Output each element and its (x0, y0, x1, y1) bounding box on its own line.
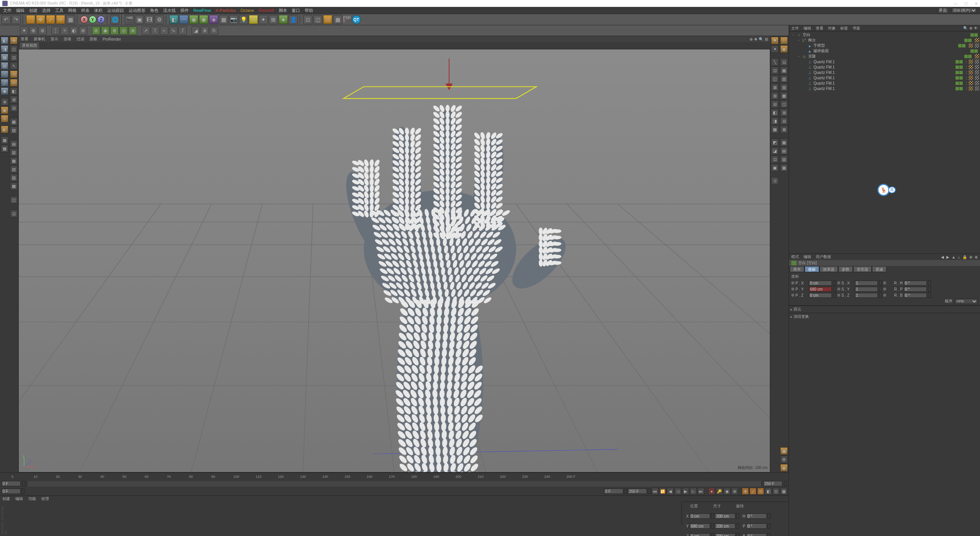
kb4[interactable]: ◧ (765, 488, 772, 495)
object-tree[interactable]: −○空白−L°舞台▲手模型▲破碎曲面−◇克隆⊥Quartz FM.1:⊥Quar… (789, 31, 980, 253)
om-tab-objects[interactable]: 对象 (828, 26, 836, 31)
attr-tab-edit[interactable]: 编辑 (804, 254, 811, 260)
kb1[interactable]: ✥ (742, 488, 749, 495)
rt1-l[interactable]: ◩ (771, 139, 779, 146)
frame-end-input[interactable] (763, 481, 782, 486)
vp-menu-options[interactable]: 选项 (64, 36, 71, 42)
ico-f[interactable]: ◐ (70, 26, 78, 35)
rt2-c[interactable]: ⊡ (780, 58, 788, 66)
ico-d[interactable]: ⋮ (51, 26, 60, 35)
move-tool[interactable]: ✥ (36, 15, 45, 24)
attr-s-input[interactable] (855, 287, 878, 292)
timeline-ruler[interactable]: 0102030405060708090100110120130140150160… (0, 472, 789, 480)
rotate-tool[interactable]: ⟳ (56, 15, 65, 24)
xp4-button[interactable]: ♣ (279, 15, 288, 24)
order-select[interactable]: HPB (955, 299, 978, 304)
kb5[interactable]: ⊡ (773, 488, 779, 495)
lt2-m[interactable]: ▥ (10, 149, 18, 156)
lt2-s[interactable]: ⊡ (10, 210, 18, 217)
minimize-button[interactable]: — (954, 2, 957, 6)
axis-y-button[interactable]: Y (89, 16, 96, 23)
tab-texture[interactable]: 纹理 (41, 496, 49, 502)
pos-x-input[interactable] (689, 513, 710, 519)
lt2-b[interactable]: ◫ (10, 45, 18, 53)
spinner[interactable] (784, 481, 787, 486)
rt2-l[interactable]: ▦ (780, 139, 788, 146)
size-x-input[interactable] (715, 513, 735, 519)
spinner[interactable] (711, 523, 714, 529)
key-selection-button[interactable]: ◉ (724, 488, 730, 495)
spinner[interactable] (768, 523, 771, 529)
kb3[interactable]: ⟳ (757, 488, 764, 495)
texture-mode-button[interactable]: ▦ (1, 54, 8, 61)
ico-g[interactable]: ⊚ (79, 26, 87, 35)
spinner[interactable] (648, 489, 651, 494)
tree-row[interactable]: ⊥Quartz FM.1: (789, 59, 980, 64)
om-tab-file[interactable]: 文件 (791, 26, 799, 31)
menu-mesh[interactable]: 网格 (68, 8, 77, 13)
lt2-r[interactable]: ◫ (10, 196, 18, 204)
ico-s[interactable]: ⋔ (201, 26, 209, 35)
rt2-k[interactable]: ⊠ (780, 126, 788, 133)
rt2-b[interactable]: ◉ (780, 45, 788, 53)
grid2-button[interactable]: ▩ (1, 145, 8, 152)
scale-tool[interactable]: ⤢ (46, 15, 55, 24)
attr-r-input[interactable] (904, 293, 927, 298)
rt1-b[interactable]: ✦ (771, 45, 779, 53)
attr-subtab[interactable]: 衰减 (872, 266, 887, 272)
attr-subtab[interactable]: 参数 (838, 266, 853, 272)
attr-fwd-button[interactable]: ▶ (946, 255, 949, 259)
om-eye-icon[interactable]: 👁 (974, 26, 978, 30)
render-view-button[interactable]: 🎬 (125, 15, 134, 24)
coord-system-button[interactable]: 🌐 (110, 15, 119, 24)
axis-mode-button[interactable]: ⊕ (1, 98, 8, 106)
vp-maximize-icon[interactable]: ⊞ (765, 37, 768, 41)
spinner[interactable] (736, 513, 739, 519)
prev-frame-button[interactable]: ◀ (667, 488, 674, 495)
attr-subtab[interactable]: 坐标 (805, 266, 819, 272)
pos-y-input[interactable] (689, 523, 710, 529)
om-tab-bookmarks[interactable]: 书签 (853, 26, 860, 31)
tree-row[interactable]: −○空白 (789, 32, 980, 38)
rt1-p[interactable]: ⊙ (771, 177, 779, 185)
attr-lock-icon[interactable]: 🔒 (962, 255, 967, 259)
ico-e[interactable]: ✧ (60, 26, 69, 35)
rt1-m[interactable]: ◪ (771, 147, 779, 155)
menu-script[interactable]: 脚本 (279, 8, 287, 13)
tree-row[interactable]: ▲破碎曲面 (789, 48, 980, 54)
ico-n[interactable]: ⊺ (151, 26, 159, 35)
rt1-d[interactable]: ⊡ (771, 67, 779, 74)
play-back-button[interactable]: ◁ (675, 488, 681, 495)
ico-j[interactable]: ⊕ (110, 26, 119, 35)
vp-menu-filter[interactable]: 过滤 (77, 36, 84, 42)
lt2-l[interactable]: ▤ (10, 140, 18, 148)
lt2-n[interactable]: ▦ (10, 157, 18, 165)
select-tool[interactable]: ⬚ (26, 15, 35, 24)
workplane-button[interactable]: ▤ (1, 62, 8, 70)
spinner[interactable] (711, 513, 714, 519)
vp-menu-camera[interactable]: 摄像机 (34, 36, 45, 42)
play-button[interactable]: ▶ (682, 488, 689, 495)
attr-r-input[interactable] (904, 287, 927, 292)
kb2[interactable]: ⤢ (750, 488, 756, 495)
rt2-h[interactable]: ◫ (780, 100, 788, 108)
frame-start-input[interactable] (2, 481, 21, 486)
om-filter-icon[interactable]: ⊕ (969, 26, 972, 30)
ico-h[interactable]: ⊛ (92, 26, 100, 35)
axis-z-button[interactable]: Z (97, 16, 105, 23)
lt2-a[interactable]: ✥ (10, 37, 18, 44)
camera-button[interactable]: 📷 (229, 15, 238, 24)
menu-xparticles[interactable]: X-Particles (216, 8, 236, 13)
menu-motracker[interactable]: 运动跟踪 (107, 8, 124, 13)
timeline-track[interactable] (27, 481, 762, 486)
next-frame-button[interactable]: ▷ (690, 488, 697, 495)
menu-help[interactable]: 帮助 (305, 8, 313, 13)
rt2-a[interactable]: ⚐ (780, 37, 788, 44)
maximize-button[interactable]: ▢ (964, 2, 968, 6)
redo-button[interactable]: ↷ (11, 15, 21, 24)
vp-menu-view[interactable]: 查看 (21, 36, 28, 42)
attr-p-input[interactable] (809, 293, 832, 298)
vp-zoom-icon[interactable]: 🔍 (759, 37, 763, 41)
lt2-c[interactable]: ⊡ (10, 54, 18, 61)
rt2-g[interactable]: ▩ (780, 92, 788, 100)
